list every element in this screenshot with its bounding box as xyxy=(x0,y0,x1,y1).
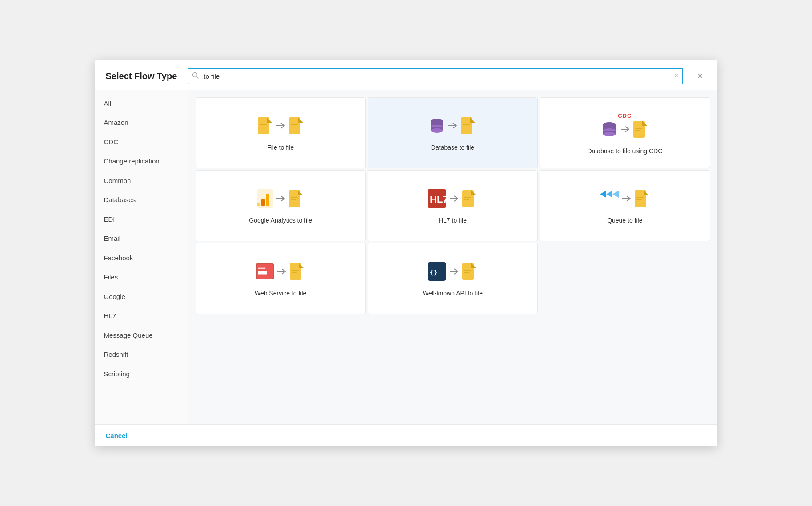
flow-card-label-database-to-file-cdc: Database to file using CDC xyxy=(587,147,662,155)
svg-rect-9 xyxy=(291,124,298,125)
flow-card-label-hl7-to-file: HL7 to file xyxy=(439,217,467,224)
sidebar: AllAmazonCDCChange replicationCommonData… xyxy=(95,90,188,424)
svg-rect-38 xyxy=(291,197,298,198)
svg-marker-47 xyxy=(600,191,606,198)
flow-card-icon-well-known-api-to-file: {} xyxy=(428,262,477,281)
svg-text:═══: ═══ xyxy=(258,266,266,271)
flow-card-icon-file-to-file xyxy=(257,116,304,135)
svg-rect-19 xyxy=(463,124,470,125)
svg-rect-63 xyxy=(292,272,297,273)
sidebar-item-hl7[interactable]: HL7 xyxy=(95,306,188,326)
flow-card-file-to-file[interactable]: File to file xyxy=(196,97,366,168)
svg-rect-39 xyxy=(291,199,296,200)
svg-marker-8 xyxy=(298,117,303,123)
svg-rect-30 xyxy=(635,130,640,131)
svg-rect-34 xyxy=(257,203,260,206)
svg-rect-53 xyxy=(636,197,644,198)
sidebar-item-email[interactable]: Email xyxy=(95,229,188,248)
flow-card-label-web-service-to-file: Web Service to file xyxy=(255,290,306,297)
svg-marker-48 xyxy=(606,191,612,198)
search-clear-button[interactable]: × xyxy=(674,72,678,80)
search-icon xyxy=(192,72,199,80)
svg-line-1 xyxy=(197,77,199,79)
flow-card-label-well-known-api-to-file: Well-known API to file xyxy=(423,290,483,297)
sidebar-item-redshift[interactable]: Redshift xyxy=(95,345,188,364)
flow-card-icon-hl7-to-file: HL7 xyxy=(428,189,477,208)
search-input[interactable] xyxy=(188,68,683,84)
flow-cards-grid: File to fileDatabase to fileCDCDatabase … xyxy=(188,90,717,424)
svg-point-15 xyxy=(431,128,443,133)
sidebar-item-message-queue[interactable]: Message Queue xyxy=(95,326,188,345)
flow-card-icon-database-to-file xyxy=(429,116,476,135)
flow-card-hl7-to-file[interactable]: HL7HL7 to file xyxy=(368,170,538,241)
svg-marker-37 xyxy=(298,190,303,195)
svg-marker-61 xyxy=(299,263,304,268)
svg-rect-32 xyxy=(266,194,269,206)
sidebar-item-scripting[interactable]: Scripting xyxy=(95,364,188,384)
flow-card-database-to-file-cdc[interactable]: CDCDatabase to file using CDC xyxy=(540,97,710,168)
flow-card-icon-database-to-file-cdc: CDC xyxy=(601,112,648,139)
svg-point-25 xyxy=(603,132,616,136)
flow-card-label-file-to-file: File to file xyxy=(267,144,294,151)
svg-rect-20 xyxy=(463,127,468,127)
svg-rect-62 xyxy=(292,270,299,271)
sidebar-item-cdc[interactable]: CDC xyxy=(95,132,188,152)
modal-title: Select Flow Type xyxy=(106,71,177,81)
flow-card-icon-web-service-to-file: ■■■═══ xyxy=(256,262,305,281)
search-container: × xyxy=(188,68,683,84)
modal-close-button[interactable]: × xyxy=(694,68,707,84)
flow-card-web-service-to-file[interactable]: ■■■═══Web Service to file xyxy=(196,243,366,314)
svg-rect-5 xyxy=(260,127,265,127)
sidebar-item-all[interactable]: All xyxy=(95,94,188,113)
modal-header: Select Flow Type × × xyxy=(95,60,717,90)
sidebar-item-edi[interactable]: EDI xyxy=(95,210,188,229)
svg-rect-33 xyxy=(261,199,265,206)
svg-rect-4 xyxy=(260,124,267,125)
svg-rect-29 xyxy=(635,128,642,129)
modal-body: AllAmazonCDCChange replicationCommonData… xyxy=(95,90,717,424)
svg-rect-69 xyxy=(464,270,471,271)
svg-rect-54 xyxy=(636,199,642,200)
svg-text:HL7: HL7 xyxy=(430,194,446,205)
flow-card-database-to-file[interactable]: Database to file xyxy=(368,97,538,168)
modal-footer: Cancel xyxy=(95,424,717,446)
sidebar-item-google[interactable]: Google xyxy=(95,287,188,307)
svg-rect-70 xyxy=(464,272,469,273)
flow-card-well-known-api-to-file[interactable]: {}Well-known API to file xyxy=(368,243,538,314)
svg-rect-45 xyxy=(464,197,471,198)
svg-marker-3 xyxy=(267,117,272,123)
flow-card-icon-queue-to-file xyxy=(600,189,650,208)
flow-card-queue-to-file[interactable]: Queue to file xyxy=(540,170,710,241)
flow-card-icon-google-analytics-to-file xyxy=(257,189,304,208)
sidebar-item-databases[interactable]: Databases xyxy=(95,190,188,210)
select-flow-type-modal: Select Flow Type × × AllAmazonCDCChange … xyxy=(95,60,717,446)
sidebar-item-facebook[interactable]: Facebook xyxy=(95,248,188,268)
svg-text:{}: {} xyxy=(430,269,437,276)
sidebar-item-files[interactable]: Files xyxy=(95,267,188,287)
sidebar-item-amazon[interactable]: Amazon xyxy=(95,113,188,132)
flow-card-label-google-analytics-to-file: Google Analytics to file xyxy=(249,217,312,224)
svg-rect-46 xyxy=(464,199,469,200)
svg-marker-49 xyxy=(612,191,619,198)
svg-rect-10 xyxy=(291,127,296,127)
flow-card-label-queue-to-file: Queue to file xyxy=(607,217,642,224)
sidebar-item-common[interactable]: Common xyxy=(95,171,188,191)
flow-card-label-database-to-file: Database to file xyxy=(431,144,474,151)
cancel-button[interactable]: Cancel xyxy=(106,430,128,441)
flow-card-google-analytics-to-file[interactable]: Google Analytics to file xyxy=(196,170,366,241)
sidebar-item-change-replication[interactable]: Change replication xyxy=(95,151,188,171)
